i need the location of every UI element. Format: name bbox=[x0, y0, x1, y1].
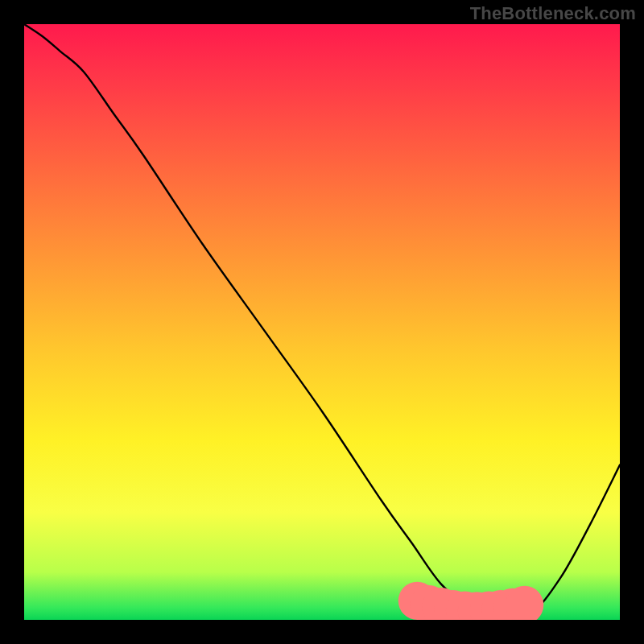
chart-container: TheBottleneck.com bbox=[0, 0, 644, 644]
plot-area bbox=[24, 24, 620, 620]
curve-layer bbox=[24, 24, 620, 620]
flat-region-markers bbox=[398, 582, 544, 620]
watermark-text: TheBottleneck.com bbox=[470, 3, 636, 24]
bottleneck-curve bbox=[24, 24, 620, 618]
